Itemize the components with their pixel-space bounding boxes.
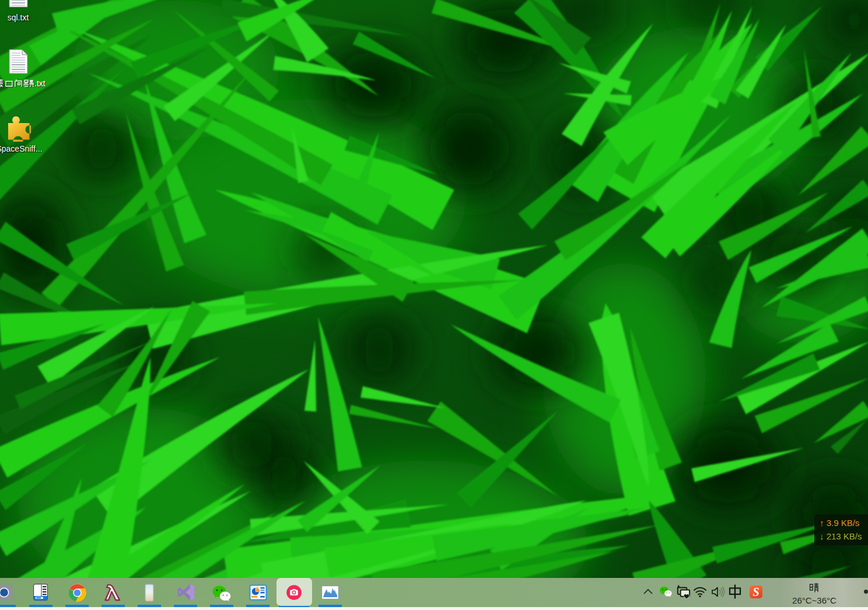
svg-text:.txt: .txt bbox=[34, 79, 46, 88]
